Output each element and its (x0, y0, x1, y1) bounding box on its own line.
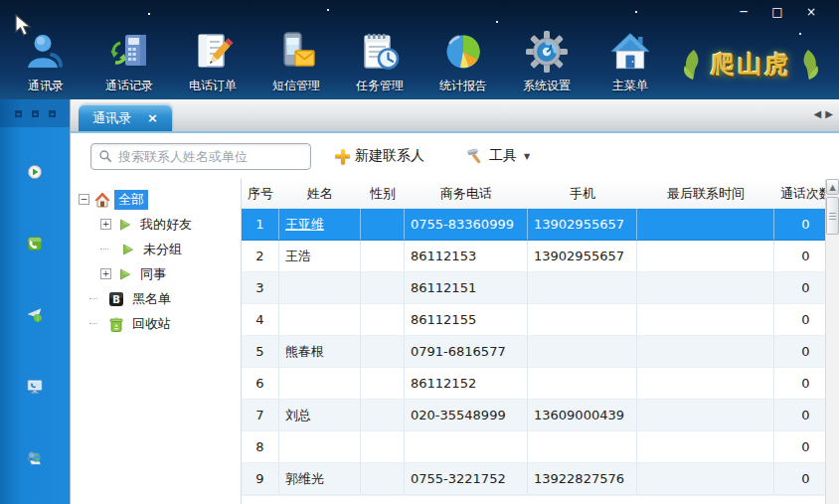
app-logo-text: 爬山虎 (711, 49, 791, 81)
maximize-button[interactable]: □ (763, 3, 791, 21)
sidebar-button-web-search[interactable] (12, 435, 58, 481)
table-cell (361, 209, 405, 240)
table-row[interactable]: 3861121510 (242, 272, 839, 304)
column-header-4[interactable]: 手机 (528, 185, 637, 203)
main-panel: 通讯录 × ◀ ▶ 新建联系人 (70, 99, 839, 504)
tab-contacts[interactable]: 通讯录 × (79, 104, 172, 131)
table-cell (637, 431, 774, 462)
toolbar-item-sms[interactable]: 短信管理 (254, 29, 338, 94)
table-cell (637, 304, 774, 335)
tree-item-label: 黑名单 (128, 289, 175, 309)
table-cell (361, 272, 405, 303)
tree-item-label: 同事 (136, 264, 170, 284)
table-cell: 86112155 (405, 304, 528, 335)
tree-item-blacklist[interactable]: B黑名单 (79, 286, 241, 311)
toolbar-item-settings[interactable]: 系统设置 (505, 29, 588, 94)
tree-item-all[interactable]: −全部 (79, 187, 241, 212)
table-row[interactable]: 6861121520 (242, 368, 839, 400)
column-header-1[interactable]: 姓名 (279, 185, 361, 203)
toolbar-item-label: 统计报告 (439, 78, 487, 94)
toolbar-item-call-log[interactable]: 通话记录 (87, 29, 171, 94)
table-row[interactable]: 2王浩86112153139029556570 (242, 241, 839, 272)
new-contact-button[interactable]: 新建联系人 (335, 147, 424, 165)
new-contact-label: 新建联系人 (355, 147, 424, 165)
title-banner: ─ □ × 通讯录通话记录电话订单短信管理任务管理统计报告系统设置主菜单 爬山虎 (0, 0, 839, 99)
expand-plus-icon[interactable]: + (100, 268, 111, 279)
gear-icon (524, 29, 570, 75)
table-row[interactable]: 1王亚维0755-83360999139029556570 (242, 209, 839, 241)
tab-label: 通讯录 (92, 109, 131, 127)
table-header-row: 序号姓名性别商务电话手机最后联系时间通话次数 (242, 179, 839, 209)
contacts-table: 序号姓名性别商务电话手机最后联系时间通话次数 1王亚维0755-83360999… (242, 179, 839, 504)
table-cell: 020-35548999 (405, 400, 528, 430)
content-panes: −全部+我的好友未分组+同事B黑名单回收站 序号姓名性别商务电话手机最后联系时间… (71, 179, 839, 504)
toolbar-item-contacts[interactable]: 通讯录 (4, 29, 87, 94)
table-cell: 86112152 (405, 368, 528, 399)
tree-connector (100, 249, 108, 250)
table-cell: 8 (242, 431, 279, 462)
table-row[interactable]: 7刘总020-35548999136090004390 (242, 400, 839, 431)
table-cell (279, 368, 361, 399)
tree-item-colleagues[interactable]: +同事 (79, 261, 241, 286)
table-cell (361, 368, 405, 399)
table-cell: 13902955657 (528, 241, 637, 271)
column-header-5[interactable]: 最后联系时间 (637, 185, 774, 203)
sidebar-button-softphone[interactable] (12, 364, 58, 410)
column-header-0[interactable]: 序号 (242, 185, 279, 203)
column-header-2[interactable]: 性别 (361, 185, 405, 203)
tree-connector (89, 323, 97, 324)
toolbar-item-label: 电话订单 (189, 78, 237, 94)
sidebar-button-play[interactable] (12, 149, 58, 195)
monitor-call-icon (27, 379, 44, 396)
table-row[interactable]: 4861121550 (242, 304, 839, 336)
table-cell (361, 463, 405, 494)
home-icon (93, 191, 110, 208)
table-row[interactable]: 80 (242, 431, 839, 463)
table-cell: 1 (242, 209, 279, 240)
tree-connector (89, 298, 97, 299)
scrollbar-thumb[interactable] (826, 197, 839, 235)
minimize-button[interactable]: ─ (730, 3, 757, 21)
search-box[interactable] (90, 143, 311, 170)
tree-item-friends[interactable]: +我的好友 (79, 212, 241, 237)
table-row[interactable]: 9郭维光0755-3221752139228275760 (242, 463, 839, 495)
sidebar-button-send[interactable] (12, 292, 58, 338)
table-body: 1王亚维0755-833609991390295565702王浩86112153… (242, 209, 839, 495)
toolbar-item-main-menu[interactable]: 主菜单 (588, 29, 672, 94)
toolbar-item-tasks[interactable]: 任务管理 (338, 29, 421, 94)
table-cell: 86112151 (405, 272, 528, 303)
expand-plus-icon[interactable]: + (100, 219, 111, 230)
tab-close-icon[interactable]: × (147, 110, 158, 125)
toolbar-item-phone-order[interactable]: 电话订单 (171, 29, 254, 94)
table-cell: 0755-83360999 (405, 209, 528, 240)
tools-button[interactable]: 工具 ▼ (466, 147, 530, 165)
close-button[interactable]: × (797, 3, 825, 21)
grip-square-icon (32, 110, 39, 117)
table-row[interactable]: 5熊春根0791-68165770 (242, 336, 839, 368)
tree-item-recycle[interactable]: 回收站 (79, 311, 241, 336)
tab-strip: 通讯录 × ◀ ▶ (71, 99, 839, 133)
table-cell: 13902955657 (528, 209, 637, 240)
column-header-3[interactable]: 商务电话 (405, 185, 528, 203)
table-cell: 13922827576 (528, 463, 637, 494)
app-logo: 爬山虎 (679, 48, 823, 82)
tab-scroll-left-icon[interactable]: ◀ (814, 108, 822, 119)
table-cell (637, 241, 774, 271)
send-message-icon (27, 307, 44, 324)
plus-icon (335, 149, 350, 164)
sidebar-grip-pattern (0, 99, 70, 127)
collapse-minus-icon[interactable]: − (79, 194, 89, 205)
table-cell (279, 304, 361, 335)
tree-item-ungrouped[interactable]: 未分组 (79, 237, 241, 261)
play-icon (27, 164, 44, 181)
table-cell (361, 400, 405, 430)
green-phone-icon (27, 236, 44, 252)
table-cell: 7 (242, 400, 279, 430)
tab-scroll-nav: ◀ ▶ (814, 108, 833, 119)
toolbar-item-reports[interactable]: 统计报告 (421, 29, 505, 94)
tab-scroll-right-icon[interactable]: ▶ (825, 108, 833, 119)
sidebar-button-dial[interactable] (12, 221, 58, 266)
search-input[interactable] (118, 149, 303, 164)
vertical-scrollbar[interactable]: ▲ (825, 179, 839, 504)
scroll-up-icon[interactable]: ▲ (826, 179, 839, 195)
